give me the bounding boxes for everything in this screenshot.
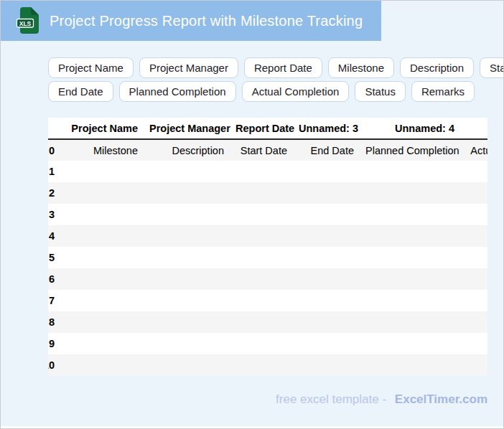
row-index: 4 xyxy=(48,225,60,247)
table-cell xyxy=(60,268,144,290)
table-cell xyxy=(293,182,360,204)
table-col-header: Unnamed: 3 xyxy=(293,118,360,139)
footer: free excel template - ExcelTimer.com xyxy=(276,392,487,407)
table-cell xyxy=(144,268,230,290)
table-cell xyxy=(293,268,360,290)
table-cell xyxy=(360,354,460,376)
row-index: 9 xyxy=(48,333,60,354)
table-cell xyxy=(460,204,487,225)
table-cell xyxy=(360,333,460,354)
table-body: 0MilestoneDescriptionStart DateEnd DateP… xyxy=(48,139,487,376)
table-cell xyxy=(460,311,487,333)
table-cell xyxy=(230,311,293,333)
table-cell xyxy=(293,333,360,354)
table-cell xyxy=(60,354,144,376)
table-row: 9 xyxy=(48,333,487,354)
page-title: Project Progress Report with Milestone T… xyxy=(50,13,363,29)
index-col-header xyxy=(48,118,60,139)
xls-file-icon: XLS xyxy=(16,6,40,35)
table-cell xyxy=(360,268,460,290)
table-cell: Description xyxy=(144,139,230,161)
column-chip-description[interactable]: Description xyxy=(400,57,474,78)
table-cell xyxy=(230,247,293,268)
table-cell xyxy=(144,182,230,204)
table-cell xyxy=(360,204,460,225)
chip-row-2: End DatePlanned CompletionActual Complet… xyxy=(48,81,504,102)
table-cell xyxy=(230,354,293,376)
table-cell: Planned Completion xyxy=(360,139,460,161)
table-cell xyxy=(360,290,460,311)
table-col-header: Unnamed: 5 xyxy=(460,118,487,139)
exceltimer-link[interactable]: ExcelTimer.com xyxy=(395,392,487,406)
table-cell xyxy=(144,225,230,247)
table-cell xyxy=(144,290,230,311)
table-cell: Actual Completion xyxy=(460,139,487,161)
table-cell xyxy=(144,354,230,376)
table-row: 0MilestoneDescriptionStart DateEnd DateP… xyxy=(48,139,487,161)
table-cell xyxy=(60,311,144,333)
table-row: 7 xyxy=(48,290,487,311)
row-index: 2 xyxy=(48,182,60,204)
table-cell xyxy=(360,161,460,182)
column-chips: Project NameProject ManagerReport DateMi… xyxy=(48,57,504,105)
table-cell xyxy=(460,247,487,268)
row-index: 6 xyxy=(48,268,60,290)
column-chip-report-date[interactable]: Report Date xyxy=(244,57,322,78)
table-cell xyxy=(293,204,360,225)
table-cell xyxy=(230,182,293,204)
table-cell xyxy=(360,247,460,268)
table-cell xyxy=(460,225,487,247)
table-cell xyxy=(60,182,144,204)
table-cell: Start Date xyxy=(230,139,293,161)
row-index: 0 xyxy=(48,139,60,161)
data-table: Project NameProject ManagerReport DateUn… xyxy=(48,118,487,376)
table-cell xyxy=(360,182,460,204)
table-cell xyxy=(60,161,144,182)
column-chip-planned-completion[interactable]: Planned Completion xyxy=(119,81,236,102)
table-row: 1 xyxy=(48,161,487,182)
table-cell: End Date xyxy=(293,139,360,161)
column-chip-end-date[interactable]: End Date xyxy=(48,81,113,102)
table-head: Project NameProject ManagerReport DateUn… xyxy=(48,118,487,139)
table-cell xyxy=(293,354,360,376)
table-cell xyxy=(230,268,293,290)
table-cell xyxy=(60,225,144,247)
table-col-header: Project Manager xyxy=(144,118,230,139)
table-col-header: Report Date xyxy=(230,118,293,139)
row-index: 8 xyxy=(48,311,60,333)
column-chip-actual-completion[interactable]: Actual Completion xyxy=(242,81,350,102)
table-cell xyxy=(460,290,487,311)
table-cell xyxy=(460,268,487,290)
table-row: 3 xyxy=(48,204,487,225)
table-cell xyxy=(360,225,460,247)
table-header-row: Project NameProject ManagerReport DateUn… xyxy=(48,118,487,139)
table-row: 6 xyxy=(48,268,487,290)
column-chip-project-manager[interactable]: Project Manager xyxy=(139,57,238,78)
table-cell xyxy=(460,354,487,376)
table-cell xyxy=(60,333,144,354)
table-cell xyxy=(144,333,230,354)
table-row: 8 xyxy=(48,311,487,333)
table-cell xyxy=(460,182,487,204)
column-chip-project-name[interactable]: Project Name xyxy=(48,57,134,78)
table-cell xyxy=(144,161,230,182)
table-cell xyxy=(360,311,460,333)
table-cell xyxy=(230,333,293,354)
xls-icon-label: XLS xyxy=(19,20,32,27)
table-cell xyxy=(460,161,487,182)
table-cell xyxy=(293,225,360,247)
table-cell xyxy=(144,311,230,333)
column-chip-remarks[interactable]: Remarks xyxy=(411,81,475,102)
table-row: 2 xyxy=(48,182,487,204)
column-chip-milestone[interactable]: Milestone xyxy=(328,57,394,78)
row-index: 10 xyxy=(48,354,60,376)
column-chip-status[interactable]: Status xyxy=(355,81,406,102)
table-cell xyxy=(293,290,360,311)
table-cell xyxy=(293,311,360,333)
table-cell xyxy=(230,225,293,247)
column-chip-start-date[interactable]: Start Date xyxy=(480,57,504,78)
header-bar: XLS Project Progress Report with Milesto… xyxy=(1,1,381,41)
row-index: 5 xyxy=(48,247,60,268)
footer-note: free excel template - xyxy=(276,392,386,406)
table-cell xyxy=(60,247,144,268)
